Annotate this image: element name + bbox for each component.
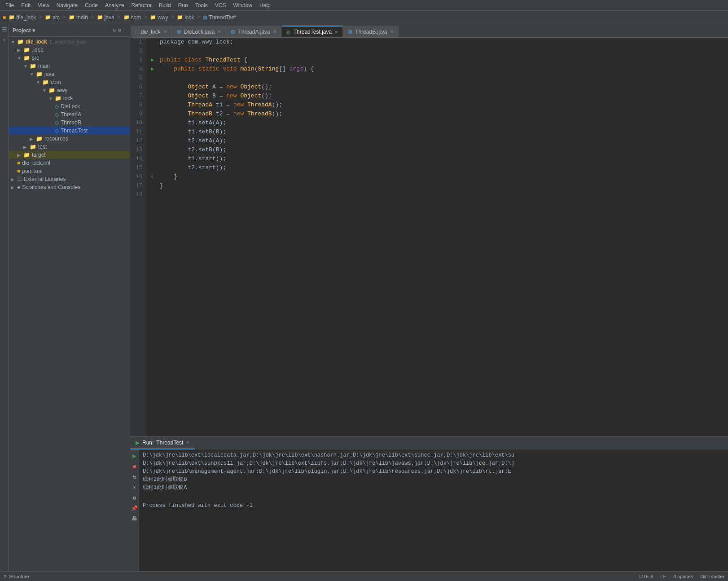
breadcrumb-java[interactable]: 📁 java <box>97 14 114 21</box>
run-tab[interactable]: ▶ Run: ThreadTest ✕ <box>130 437 195 449</box>
code-line-13: t2.setB(B); <box>151 145 724 154</box>
breadcrumb-die-lock[interactable]: 📁 die_lock <box>9 14 36 21</box>
tab-threadb-java-close[interactable]: ✕ <box>390 29 394 34</box>
tree-java[interactable]: ▼ 📁 java <box>9 70 130 78</box>
menu-edit[interactable]: Edit <box>18 1 34 9</box>
status-line-sep[interactable]: LF <box>660 574 666 579</box>
tree-idea[interactable]: ▶ 📁 .idea <box>9 46 130 54</box>
pin-button[interactable]: 📌 <box>130 504 140 513</box>
editor-content: 1 2 3 4 5 6 7 8 9 10 11 12 13 14 15 16 1… <box>130 38 728 436</box>
tab-dielock-java[interactable]: ◍ DieLock.java ✕ <box>172 26 226 37</box>
run-button[interactable]: ▶ <box>131 451 138 461</box>
tab-threadtest-java[interactable]: ◍ ThreadTest.java ✕ <box>282 26 343 37</box>
tree-threada[interactable]: ◇ ThreadA <box>9 110 130 119</box>
run-tab-close[interactable]: ✕ <box>186 440 189 445</box>
tab-threadtest-java-label: ThreadTest.java <box>294 29 332 35</box>
tree-root[interactable]: ▼ 📁 die_lock E:\csdn\die_lock <box>9 38 130 46</box>
tab-die-lock-close[interactable]: ✕ <box>163 29 167 34</box>
breadcrumb-sep-4: > <box>117 14 121 21</box>
breadcrumb-project-icon: ■ <box>3 14 6 21</box>
tab-threadtest-java-close[interactable]: ✕ <box>334 30 338 35</box>
stop-button[interactable]: ■ <box>131 462 138 471</box>
tree-target[interactable]: ▶ 📁 target <box>9 151 130 159</box>
breadcrumb-sep-1: > <box>39 14 42 21</box>
status-bar: 2: Structure UTF-8 LF 4 spaces Git: mast… <box>0 571 728 581</box>
tree-com[interactable]: ▼ 📁 com <box>9 78 130 86</box>
tab-threadb-java[interactable]: ◍ ThreadB.java ✕ <box>343 26 398 37</box>
tab-die-lock[interactable]: □ die_lock ✕ <box>131 26 172 37</box>
bottom-tabs: ▶ Run: ThreadTest ✕ <box>130 437 728 449</box>
run-gutter-3[interactable]: ▶ <box>151 57 154 63</box>
breadcrumb-sep-3: > <box>91 14 94 21</box>
menu-vcs[interactable]: VCS <box>211 1 230 9</box>
menu-run[interactable]: Run <box>175 1 192 9</box>
run-tab-label: Run: <box>142 440 153 446</box>
code-line-16: ▽ } <box>151 172 724 181</box>
tree-resources[interactable]: ▶ 📁 resources <box>9 135 130 143</box>
code-line-11: t1.setB(B); <box>151 128 724 136</box>
breadcrumb-sep-6: > <box>171 14 174 21</box>
scroll-end-button[interactable]: ↯ <box>131 473 138 482</box>
tab-java-icon-3: ◍ <box>286 29 291 35</box>
clear-button[interactable]: ☓ <box>131 484 138 492</box>
main-area: ☰ ✦ Project ▾ ↻ ⚙ – ▼ 📁 die_lock E:\csdn… <box>0 24 728 571</box>
menu-code[interactable]: Code <box>81 1 101 9</box>
tree-iml[interactable]: ■ die_lock.iml <box>9 159 130 167</box>
sync-icon[interactable]: ↻ <box>113 27 116 34</box>
menu-navigate[interactable]: Navigate <box>53 1 81 9</box>
minimize-icon[interactable]: – <box>123 27 126 34</box>
tab-java-icon-1: ◍ <box>177 29 181 35</box>
menu-window[interactable]: Window <box>229 1 256 9</box>
tab-threada-java[interactable]: ◍ ThreadA.java ✕ <box>226 26 281 37</box>
breadcrumb-wwy[interactable]: 📁 wwy <box>150 14 168 21</box>
settings-icon[interactable]: ⚙ <box>118 27 121 34</box>
breadcrumb-lock[interactable]: 📁 lock <box>177 14 194 21</box>
menu-view[interactable]: View <box>34 1 53 9</box>
tree-test[interactable]: ▶ 📁 test <box>9 143 130 151</box>
menu-refactor[interactable]: Refactor <box>128 1 155 9</box>
breadcrumb-threadtest[interactable]: ◍ ThreadTest <box>203 14 236 21</box>
tab-dielock-java-close[interactable]: ✕ <box>217 29 221 34</box>
breadcrumb-src[interactable]: 📁 src <box>45 14 60 21</box>
tab-dielock-java-label: DieLock.java <box>184 29 215 35</box>
tree-threadtest[interactable]: ◇ ThreadTest <box>9 127 130 135</box>
status-indent[interactable]: 4 spaces <box>673 574 693 579</box>
menu-build[interactable]: Build <box>155 1 175 9</box>
menu-tools[interactable]: Tools <box>192 1 211 9</box>
menu-file[interactable]: File <box>2 1 18 9</box>
code-line-7: Object B = new Object(); <box>151 92 724 101</box>
tab-die-lock-label: die_lock <box>141 29 161 35</box>
settings-run-button[interactable]: ⚙ <box>131 494 138 502</box>
project-panel: Project ▾ ↻ ⚙ – ▼ 📁 die_lock E:\csdn\die… <box>9 24 130 571</box>
tree-wwy[interactable]: ▼ 📁 wwy <box>9 86 130 94</box>
breadcrumb-main[interactable]: 📁 main <box>69 14 88 21</box>
status-encoding[interactable]: UTF-8 <box>639 574 653 579</box>
tree-src[interactable]: ▼ 📁 src <box>9 54 130 62</box>
run-gutter-4[interactable]: ▶ <box>151 66 154 72</box>
menu-analyze[interactable]: Analyze <box>101 1 128 9</box>
project-toggle-icon[interactable]: ☰ <box>1 26 8 33</box>
tree-threadb[interactable]: ◇ ThreadB <box>9 119 130 127</box>
tree-dielock[interactable]: ◇ DieLock <box>9 102 130 110</box>
status-git[interactable]: Git: master <box>700 574 724 579</box>
2-structure-label[interactable]: 2: Structure <box>4 574 29 579</box>
breadcrumb-com[interactable]: 📁 com <box>123 14 141 21</box>
console-line-4: 线程2此时获取锁B <box>143 475 724 484</box>
console-line-blank <box>143 492 724 500</box>
tree-extlibs[interactable]: ▶ ☰ External Libraries <box>9 175 130 183</box>
console-line-2: D:\jdk\jre\lib\ext\sunpkcs11.jar;D:\jdk\… <box>143 459 724 467</box>
structure-icon[interactable]: ✦ <box>1 36 8 43</box>
run-side-toolbar: ▶ ■ ↯ ☓ ⚙ 📌 🖶 <box>130 449 139 571</box>
tree-main[interactable]: ▼ 📁 main <box>9 62 130 70</box>
menu-help[interactable]: Help <box>256 1 274 9</box>
tab-threadb-java-label: ThreadB.java <box>355 29 387 35</box>
project-panel-header: Project ▾ ↻ ⚙ – <box>9 24 130 37</box>
print-button[interactable]: 🖶 <box>130 515 139 523</box>
tree-pom[interactable]: ■ pom.xml <box>9 167 130 175</box>
tab-threada-java-close[interactable]: ✕ <box>273 29 276 34</box>
code-line-1: package com.wwy.lock; <box>151 38 724 47</box>
toolbar: ■ 📁 die_lock > 📁 src > 📁 main > 📁 java >… <box>0 11 728 24</box>
tree-scratches[interactable]: ▶ ● Scratches and Consoles <box>9 183 130 191</box>
tree-lock[interactable]: ▼ 📁 lock <box>9 94 130 102</box>
code-editor[interactable]: package com.wwy.lock; ▶ public class Thr… <box>146 38 728 436</box>
